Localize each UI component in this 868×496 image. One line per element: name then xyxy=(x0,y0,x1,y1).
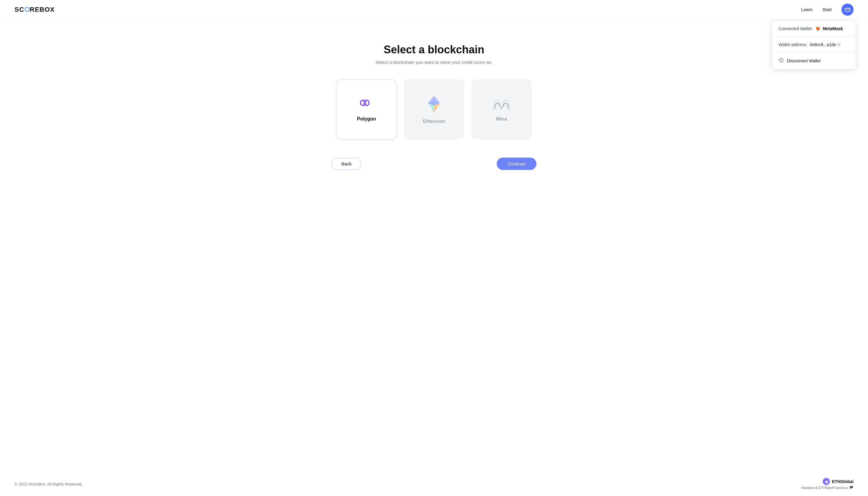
ethereum-label: Ethereum xyxy=(423,119,445,124)
blockchain-card-list: Polygon xyxy=(336,79,532,140)
polygon-label: Polygon xyxy=(357,116,376,122)
page-title: Select a blockchain xyxy=(384,43,484,56)
header: SCREBOX Learn Start xyxy=(0,0,868,19)
logo-o-icon xyxy=(25,7,30,12)
footer-right: ◆ ETHGlobal Hacked at ETHSanFrancisco 🏴 xyxy=(801,478,854,490)
blockchain-card-mina[interactable]: Mina xyxy=(471,79,532,140)
ethereum-logo-icon xyxy=(427,95,441,114)
continue-button[interactable]: Continue xyxy=(497,158,537,170)
mina-logo-icon xyxy=(493,97,511,111)
address-label: Wallet address: xyxy=(778,42,807,47)
blockchain-card-polygon[interactable]: Polygon xyxy=(336,79,397,140)
logo: SCREBOX xyxy=(14,6,55,14)
main-content: Select a blockchain Select a blockchain … xyxy=(0,19,868,170)
svg-line-2 xyxy=(780,59,782,61)
blockchain-card-ethereum[interactable]: Ethereum xyxy=(404,79,464,140)
wallet-emoji: 🦊 xyxy=(815,26,820,31)
page-subtitle: Select a blockchain you want to store yo… xyxy=(375,60,493,65)
wallet-address-row: Wallet address: 0x9cc9...a1de ⎘ xyxy=(772,37,856,53)
copyright: © 2022 ScoreBox. All Rights Reserved. xyxy=(14,482,82,486)
ethglobal-badge: ◆ ETHGlobal xyxy=(823,478,854,485)
connected-wallet-row: Connected Wallet: 🦊 MetaMask xyxy=(772,21,856,37)
copy-icon[interactable]: ⎘ xyxy=(838,42,840,47)
mina-label: Mina xyxy=(496,116,507,122)
button-row: Back Continue xyxy=(331,158,537,170)
connected-label: Connected Wallet: xyxy=(778,26,813,31)
disconnect-wallet-button[interactable]: Disconnect Wallet xyxy=(772,53,856,69)
ethglobal-icon: ◆ xyxy=(823,478,830,485)
disconnect-icon xyxy=(778,58,784,64)
polygon-logo-icon xyxy=(357,97,376,111)
footer: © 2022 ScoreBox. All Rights Reserved. ◆ … xyxy=(0,472,868,496)
nav-start[interactable]: Start xyxy=(822,7,832,12)
nav-learn[interactable]: Learn xyxy=(801,7,812,12)
wallet-avatar-button[interactable] xyxy=(841,4,854,16)
wallet-address: 0x9cc9...a1de ⎘ xyxy=(810,42,840,47)
wallet-icon xyxy=(844,6,851,13)
back-button[interactable]: Back xyxy=(331,158,361,170)
wallet-dropdown: Connected Wallet: 🦊 MetaMask Wallet addr… xyxy=(772,20,856,69)
disconnect-label: Disconnect Wallet xyxy=(787,59,821,63)
wallet-name: MetaMask xyxy=(823,26,843,31)
nav: Learn Start xyxy=(801,4,854,16)
ethglobal-sub: Hacked at ETHSanFrancisco 🏴 xyxy=(801,486,854,490)
ethglobal-label: ETHGlobal xyxy=(832,479,854,484)
address-short: 0x9cc9...a1de xyxy=(810,42,836,47)
